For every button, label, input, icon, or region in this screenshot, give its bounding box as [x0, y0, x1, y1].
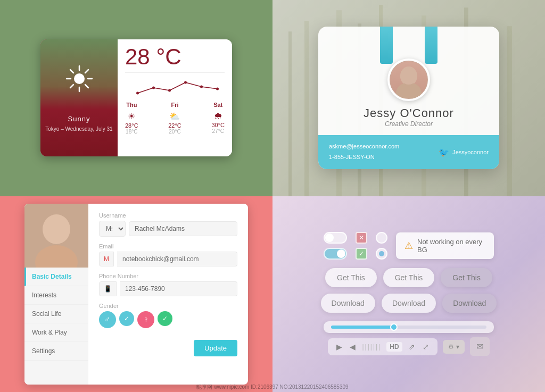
svg-rect-16 [304, 21, 309, 196]
eq-bars: ||||||| [362, 343, 381, 351]
weather-left-panel: Sunny Tokyo – Wednesday, July 31 [40, 39, 118, 156]
gender-male-icon[interactable]: ♂ [99, 311, 116, 328]
ribbon-right [425, 27, 437, 64]
day-sat: Sat 🌧 30°C 27°C [211, 102, 225, 135]
checkbox-group: ✕ ✓ [356, 232, 367, 260]
email-input[interactable] [117, 252, 237, 266]
sidebar-item-social-life[interactable]: Social Life [24, 305, 88, 323]
email-group: Email M [99, 243, 237, 266]
svg-point-10 [152, 87, 155, 89]
profile-avatar-box [24, 204, 88, 268]
card-email: askme@jesseoconnor.com [329, 141, 399, 152]
day-fri: Fri ⛅ 22°C 20°C [168, 102, 181, 135]
email-row: M [99, 252, 237, 266]
radio-2[interactable] [376, 248, 387, 260]
phone-group: Phone Number 📱 [99, 273, 237, 296]
settings-icon: ⚙ [448, 343, 454, 351]
phone-input[interactable] [120, 281, 237, 296]
download-button-1[interactable]: Download [321, 294, 375, 313]
gender-icons: ♂ ✓ ♀ ✓ [99, 311, 237, 328]
card-name: Jessy O'Connor [318, 106, 499, 120]
play-button[interactable]: ▶ [335, 341, 343, 352]
checkbox-2[interactable]: ✓ [356, 248, 367, 260]
username-group: Username Ms. Mr. [99, 212, 237, 237]
progress-thumb[interactable] [390, 323, 398, 331]
svg-point-11 [168, 89, 171, 92]
get-this-button-3[interactable]: Get This [441, 268, 492, 287]
username-label: Username [99, 212, 237, 219]
weather-card: Sunny Tokyo – Wednesday, July 31 28 °C [40, 39, 232, 156]
card-twitter: 🐦 Jessyoconnor [439, 147, 489, 157]
business-card: Jessy O'Connor Creative Director askme@j… [318, 27, 499, 169]
update-button[interactable]: Update [194, 340, 237, 356]
download-button-3[interactable]: Download [442, 294, 497, 313]
progress-track[interactable] [331, 326, 486, 329]
gender-female-icon[interactable]: ♀ [137, 311, 154, 328]
sidebar-item-work-play[interactable]: Work & Play [24, 323, 88, 342]
hd-badge: HD [386, 342, 402, 352]
get-this-button-2[interactable]: Get This [383, 268, 435, 287]
watermark: 昵享网 www.nipic.com ID:2106397 NO:20131220… [0, 383, 545, 391]
gender-check-icon[interactable]: ✓ [119, 311, 134, 326]
svg-line-8 [70, 85, 73, 88]
svg-point-28 [43, 214, 70, 244]
prev-button[interactable]: ◀ [349, 341, 357, 352]
svg-rect-22 [288, 31, 292, 196]
checkbox-1[interactable]: ✕ [356, 232, 367, 244]
day-thu: Thu ☀ 28°C 18°C [125, 102, 138, 135]
username-row: Ms. Mr. [99, 221, 237, 237]
envelope-button[interactable]: ✉ [470, 337, 490, 356]
radio-group [376, 232, 387, 260]
phone-row: 📱 [99, 281, 237, 296]
svg-line-6 [85, 85, 88, 88]
username-prefix-select[interactable]: Ms. Mr. [99, 221, 126, 237]
ribbon-left [380, 27, 393, 64]
settings-chevron: ▾ [456, 343, 459, 351]
profile-avatar [24, 204, 88, 268]
weather-forecast: Thu ☀ 28°C 18°C Fri ⛅ 22°C 20°C Sat 🌧 [125, 102, 225, 135]
ui-panel: ✕ ✓ ⚠ Not working on every BG Get This G… [313, 221, 505, 366]
card-phone: 1-855-JESSY-ON [329, 152, 399, 163]
card-title: Creative Director [318, 120, 499, 128]
progress-fill [331, 326, 393, 329]
sidebar-item-interests[interactable]: Interests [24, 286, 88, 305]
email-label: Email [99, 243, 237, 249]
profile-card: Basic Details Interests Social Life Work… [24, 204, 248, 385]
sidebar-item-settings[interactable]: Settings [24, 342, 88, 361]
condition-text: Sunny [68, 115, 90, 123]
twitter-icon: 🐦 [439, 147, 449, 157]
share-button[interactable]: ⇗ [408, 341, 416, 352]
svg-line-5 [70, 70, 73, 73]
player-controls: ▶ ◀ ||||||| HD ⇗ ⤢ [328, 338, 437, 355]
svg-point-12 [184, 81, 187, 84]
temperature: 28 °C [125, 46, 225, 68]
weather-date: Tokyo – Wednesday, July 31 [41, 126, 117, 132]
toggle-2-thumb [337, 249, 345, 258]
fullscreen-button[interactable]: ⤢ [422, 341, 430, 352]
settings-button[interactable]: ⚙ ▾ [443, 340, 465, 354]
weather-right-panel: 28 °C Thu ☀ [118, 39, 232, 156]
temp-graph [125, 77, 225, 98]
svg-point-25 [396, 82, 422, 98]
toggle-group [324, 232, 347, 260]
phone-label: Phone Number [99, 273, 237, 279]
username-input[interactable] [129, 221, 237, 236]
toggle-2[interactable] [324, 248, 347, 260]
profile-quadrant: Basic Details Interests Social Life Work… [0, 196, 272, 393]
profile-form: Username Ms. Mr. Email M [88, 204, 248, 385]
sidebar-nav: Basic Details Interests Social Life Work… [24, 268, 88, 385]
card-avatar [387, 59, 430, 101]
controls-row: ✕ ✓ ⚠ Not working on every BG [324, 232, 494, 260]
ui-components-quadrant: ✕ ✓ ⚠ Not working on every BG Get This G… [272, 196, 545, 393]
warning-icon: ⚠ [404, 240, 413, 252]
sidebar-item-basic-details[interactable]: Basic Details [24, 268, 88, 286]
radio-1[interactable] [376, 232, 387, 244]
toggle-1[interactable] [324, 232, 347, 244]
get-this-button-1[interactable]: Get This [325, 268, 377, 287]
download-button-2[interactable]: Download [382, 294, 436, 313]
svg-point-0 [74, 73, 85, 84]
svg-rect-21 [507, 26, 512, 196]
gender-check2-icon[interactable]: ✓ [158, 311, 172, 326]
toggle-1-thumb [325, 233, 334, 242]
gender-label: Gender [99, 303, 237, 309]
